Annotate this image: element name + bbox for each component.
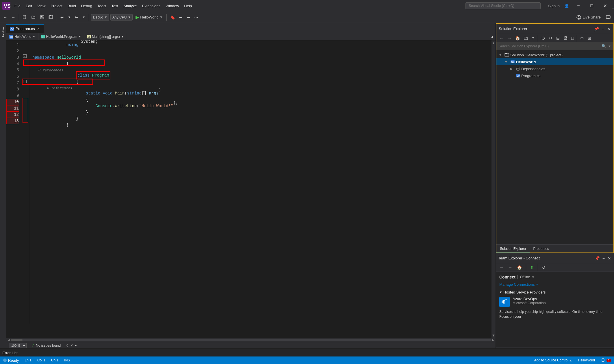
toolbar-back-button[interactable]: ← (2, 14, 9, 21)
tree-dependencies[interactable]: ▶ Dependencies (496, 65, 613, 72)
se-back-button[interactable]: ← (498, 35, 505, 41)
tree-expand-deps[interactable]: ▶ (510, 67, 515, 71)
search-options-icon[interactable]: ▼ (608, 44, 611, 48)
maximize-button[interactable]: □ (585, 1, 598, 10)
status-notification-bell[interactable]: 1 (601, 358, 611, 363)
tree-solution-root[interactable]: ▼ Solution 'HelloWorld' (1 project) (496, 51, 613, 58)
se-separator (538, 35, 538, 42)
title-search-input[interactable] (465, 2, 541, 9)
close-panel-button[interactable]: ✕ (606, 26, 611, 32)
menu-window[interactable]: Window (163, 3, 181, 9)
editor-tab-program-cs[interactable]: C# Program.cs ✕ (6, 24, 44, 33)
menu-help[interactable]: Help (182, 3, 194, 9)
live-share-button[interactable]: Live Share (574, 14, 603, 21)
zoom-select[interactable]: 100 % (9, 343, 27, 348)
fold-namespace[interactable]: - (23, 54, 27, 58)
toolbar-save-button[interactable] (38, 14, 46, 21)
menu-extensions[interactable]: Extensions (140, 3, 163, 9)
se-forward-button[interactable]: → (506, 35, 513, 41)
menu-analyze[interactable]: Analyze (121, 3, 139, 9)
project-icon: C# (510, 60, 515, 64)
menu-build[interactable]: Build (65, 3, 78, 9)
toolbar-new-button[interactable] (21, 14, 29, 21)
toolbar-save-all-button[interactable] (47, 14, 55, 21)
sign-in-button[interactable]: Sign in (546, 3, 561, 9)
se-dropdown-button[interactable]: ▼ (530, 36, 536, 40)
menu-project[interactable]: Project (48, 3, 64, 9)
te-forward-button[interactable]: → (507, 264, 514, 271)
tab-properties[interactable]: Properties (530, 246, 552, 252)
toolbox-label[interactable]: Toolbox (1, 25, 5, 39)
menu-file[interactable]: File (12, 3, 23, 9)
tree-expand-project[interactable]: ▼ (504, 60, 509, 64)
svg-rect-5 (41, 16, 42, 17)
toolbar-more-button[interactable]: ⋯ (193, 14, 200, 21)
nav-project-dropdown[interactable]: C# HelloWorld ▼ (6, 33, 38, 40)
menu-view[interactable]: View (35, 3, 48, 9)
te-connect-button[interactable]: ⬆ (529, 264, 535, 271)
toolbar-nav1-button[interactable]: ⬅ (178, 14, 184, 21)
se-print-button[interactable]: 🖶 (562, 35, 569, 41)
platform-dropdown[interactable]: Any CPU ▼ (110, 14, 133, 21)
debug-config-dropdown[interactable]: Debug ▼ (91, 14, 109, 21)
te-auto-hide-button[interactable]: − (602, 255, 605, 261)
window-controls: − □ ✕ (572, 1, 612, 10)
toolbar-nav2-button[interactable]: ➡ (185, 14, 192, 21)
nav-class-dropdown[interactable]: C HelloWorld.Program ▼ (38, 33, 84, 40)
editor-vertical-scrollbar[interactable]: ▲ ▼ (491, 40, 496, 338)
scroll-up-button[interactable]: ▲ (489, 34, 496, 40)
code-line-2 (29, 48, 491, 54)
search-icon[interactable]: 🔍 (602, 44, 606, 48)
add-source-control-button[interactable]: ↑ Add to Source Control ▲ (531, 358, 572, 363)
error-list-bar: Error List (0, 348, 614, 356)
toolbar-redo-dropdown[interactable]: ▼ (81, 15, 87, 20)
nav-method-dropdown[interactable]: M Main(string[] args) ▼ (84, 33, 127, 40)
te-back-button[interactable]: ← (498, 264, 505, 271)
se-extra-button[interactable]: ⊞ (586, 35, 593, 41)
error-list-label[interactable]: Error List (2, 351, 18, 355)
code-content[interactable]: using System; namespace HelloWorld { 0 r… (29, 40, 491, 338)
pin-button[interactable]: 📌 (593, 26, 600, 32)
se-settings-button[interactable]: ⚙ (579, 35, 585, 41)
csharp-icon: C# (10, 27, 14, 31)
auto-hide-button[interactable]: − (601, 26, 605, 32)
menu-edit[interactable]: Edit (23, 3, 34, 9)
tree-expand-solution[interactable]: ▼ (499, 53, 503, 57)
toolbar-feedback-button[interactable] (604, 14, 612, 21)
menu-test[interactable]: Test (109, 3, 120, 9)
editor-horizontal-scrollbar[interactable]: ◄ ► (6, 338, 496, 342)
connect-dropdown-arrow[interactable]: ▼ (532, 276, 535, 279)
fold-main[interactable]: - (23, 80, 27, 83)
te-close-button[interactable]: ✕ (607, 255, 612, 261)
status-col: Col 1 (37, 358, 45, 362)
toolbar-undo-dropdown[interactable]: ▼ (66, 15, 72, 20)
minimize-button[interactable]: − (572, 1, 585, 10)
manage-connections-link[interactable]: Manage Connections ▼ (499, 282, 611, 287)
te-home-button[interactable]: 🏠 (515, 264, 523, 271)
close-button[interactable]: ✕ (598, 1, 612, 10)
toolbar-redo-button[interactable]: ↪ (73, 14, 80, 21)
se-collapse-button[interactable]: ⊟ (555, 35, 561, 41)
nav-bar: C# HelloWorld ▼ C HelloWorld.Program ▼ M… (6, 33, 496, 40)
toolbar-bookmark-button[interactable]: 🔖 (169, 14, 177, 21)
toolbar-undo-button[interactable]: ↩ (59, 14, 65, 21)
menu-tools[interactable]: Tools (95, 3, 108, 9)
ref-note-main: 0 references (29, 85, 491, 90)
te-refresh-button[interactable]: ↺ (541, 264, 547, 271)
tab-solution-explorer[interactable]: Solution Explorer (496, 246, 530, 252)
se-refresh-button[interactable]: ↺ (548, 35, 554, 41)
tree-project-helloworld[interactable]: ▼ C# HelloWorld (496, 58, 613, 65)
git-indicator[interactable]: ✓ ▼ (65, 343, 77, 348)
tree-program-cs[interactable]: C# Program.cs (496, 72, 613, 79)
menu-debug[interactable]: Debug (79, 3, 94, 9)
run-button[interactable]: ▶ HelloWorld ▼ (134, 14, 164, 21)
se-new-folder-button[interactable] (522, 35, 529, 41)
toolbar-forward-button[interactable]: → (10, 14, 17, 21)
solution-search-input[interactable] (499, 44, 600, 48)
tab-close-button[interactable]: ✕ (36, 27, 40, 31)
se-preview-button[interactable]: □ (570, 35, 575, 41)
toolbar-open-button[interactable] (30, 14, 37, 21)
te-pin-button[interactable]: 📌 (594, 255, 600, 261)
se-home-button[interactable]: 🏠 (514, 35, 522, 41)
se-history-button[interactable]: ⏱ (540, 35, 547, 41)
